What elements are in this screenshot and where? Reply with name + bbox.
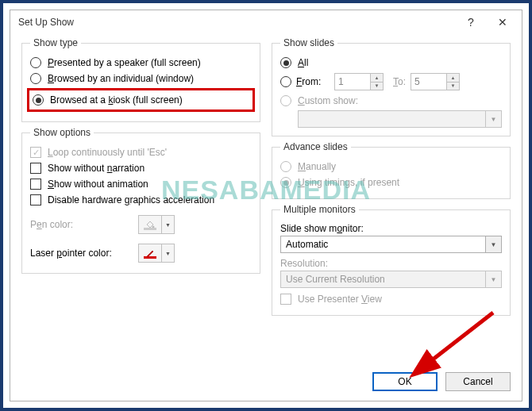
multiple-monitors-group: Multiple monitors Slide show monitor: Au… [272, 204, 511, 316]
radio-custom-show: Custom show: [280, 93, 502, 109]
spin-down-icon[interactable]: ▼ [371, 83, 383, 90]
combo-value: Use Current Resolution [280, 271, 486, 288]
checkbox-icon [30, 147, 41, 158]
radio-icon [280, 177, 291, 188]
show-options-group: Show options Loop continuously until 'Es… [21, 127, 260, 274]
checkbox-label: Show without animation [48, 179, 148, 190]
from-spinner[interactable]: ▲▼ [334, 73, 384, 90]
radio-icon [30, 57, 41, 68]
radio-icon [33, 94, 44, 106]
combo-value: Automatic [280, 236, 486, 253]
chevron-down-icon: ▼ [486, 236, 502, 253]
laser-color-label: Laser pointer color: [30, 248, 133, 259]
to-input[interactable] [411, 73, 447, 90]
radio-all-slides[interactable]: All [280, 55, 502, 71]
check-loop: Loop continuously until 'Esc' [30, 144, 252, 160]
to-spinner[interactable]: ▲▼ [411, 73, 460, 90]
radio-label: Using timings, if present [298, 177, 399, 188]
radio-from-slides[interactable]: From: ▲▼ To: ▲▼ [280, 71, 502, 93]
checkbox-icon [30, 163, 41, 174]
radio-browsed-kiosk[interactable]: Browsed at a kiosk (full screen) [33, 92, 249, 108]
pen-color-label: Pen color: [30, 219, 133, 230]
checkbox-label: Disable hardware graphics acceleration [48, 194, 214, 206]
dialog-buttons: OK Cancel [10, 366, 522, 401]
show-slides-group: Show slides All From: ▲▼ To: [272, 37, 511, 136]
chevron-down-icon: ▼ [486, 271, 502, 288]
radio-label: Presented by a speaker (full screen) [48, 57, 201, 68]
check-no-narration[interactable]: Show without narration [30, 160, 252, 176]
show-options-legend: Show options [30, 127, 94, 138]
radio-icon [30, 73, 41, 84]
show-type-group: Show type Presented by a speaker (full s… [21, 37, 260, 122]
chevron-down-icon: ▼ [162, 215, 175, 234]
show-slides-legend: Show slides [280, 37, 337, 48]
monitor-combo[interactable]: Automatic ▼ [280, 236, 502, 253]
radio-icon [280, 76, 291, 87]
close-button[interactable]: ✕ [487, 11, 519, 33]
radio-browsed-individual[interactable]: Browsed by an individual (window) [30, 71, 252, 86]
dialog-title: Set Up Show [18, 17, 455, 28]
radio-presented-speaker[interactable]: Presented by a speaker (full screen) [30, 55, 252, 71]
spin-up-icon[interactable]: ▲ [447, 74, 459, 83]
checkbox-icon [30, 194, 41, 206]
check-no-animation[interactable]: Show without animation [30, 176, 252, 192]
custom-show-combo: ▼ [298, 110, 502, 128]
chevron-down-icon: ▼ [162, 244, 175, 263]
radio-icon [280, 57, 291, 68]
radio-icon [280, 161, 291, 172]
checkbox-label: Use Presenter View [298, 294, 382, 305]
advance-slides-legend: Advance slides [280, 141, 351, 152]
titlebar: Set Up Show ? ✕ [10, 10, 522, 34]
check-presenter-view: Use Presenter View [280, 291, 502, 307]
help-icon: ? [468, 16, 474, 29]
monitor-label: Slide show monitor: [280, 221, 502, 236]
radio-manually: Manually [280, 159, 502, 175]
highlight-annotation: Browsed at a kiosk (full screen) [27, 88, 255, 112]
radio-using-timings: Using timings, if present [280, 175, 502, 190]
spin-up-icon[interactable]: ▲ [371, 74, 383, 83]
checkbox-label: Show without narration [48, 163, 145, 174]
combo-value [298, 110, 486, 128]
spin-down-icon[interactable]: ▼ [447, 83, 459, 90]
resolution-combo: Use Current Resolution ▼ [280, 271, 502, 288]
checkbox-icon [30, 179, 41, 190]
from-input[interactable] [334, 73, 371, 90]
ok-button[interactable]: OK [372, 372, 438, 391]
pen-icon [138, 244, 162, 263]
pen-color-button: ▼ [138, 215, 175, 234]
advance-slides-group: Advance slides Manually Using timings, i… [272, 141, 511, 199]
laser-color-button[interactable]: ▼ [138, 244, 175, 263]
radio-icon [280, 95, 291, 106]
radio-label: Browsed by an individual (window) [48, 73, 194, 84]
checkbox-label: Loop continuously until 'Esc' [48, 147, 167, 158]
chevron-down-icon: ▼ [486, 110, 502, 128]
radio-label: Browsed at a kiosk (full screen) [50, 94, 183, 106]
radio-label: Manually [298, 161, 336, 172]
from-label: From: [296, 76, 330, 87]
radio-label: All [298, 57, 308, 68]
multiple-monitors-legend: Multiple monitors [280, 204, 359, 215]
to-label: To: [393, 76, 406, 87]
checkbox-icon [280, 294, 291, 305]
cancel-button[interactable]: Cancel [445, 372, 511, 391]
check-disable-hw-accel[interactable]: Disable hardware graphics acceleration [30, 192, 252, 208]
show-type-legend: Show type [30, 37, 81, 48]
dialog-window: Set Up Show ? ✕ Show type Presented by a… [10, 10, 522, 401]
help-button[interactable]: ? [455, 11, 487, 33]
close-icon: ✕ [498, 16, 507, 29]
resolution-label: Resolution: [280, 253, 502, 271]
paint-bucket-icon [138, 215, 162, 234]
radio-label: Custom show: [298, 95, 358, 106]
